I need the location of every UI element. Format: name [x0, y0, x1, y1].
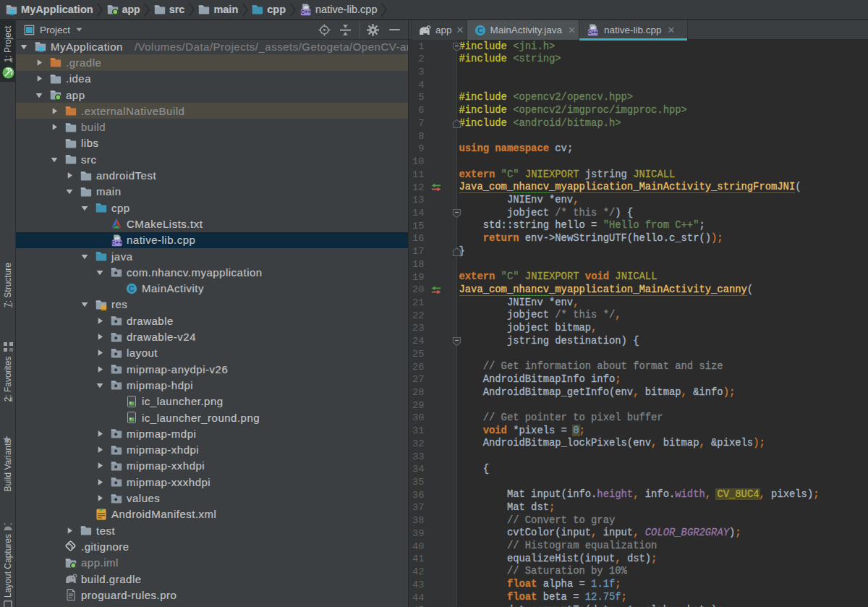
- svg-text:C++: C++: [588, 29, 598, 35]
- svg-text:C: C: [129, 284, 135, 293]
- svg-text:C: C: [478, 26, 484, 35]
- svg-text:C++: C++: [111, 239, 122, 246]
- svg-text:C++: C++: [301, 9, 311, 15]
